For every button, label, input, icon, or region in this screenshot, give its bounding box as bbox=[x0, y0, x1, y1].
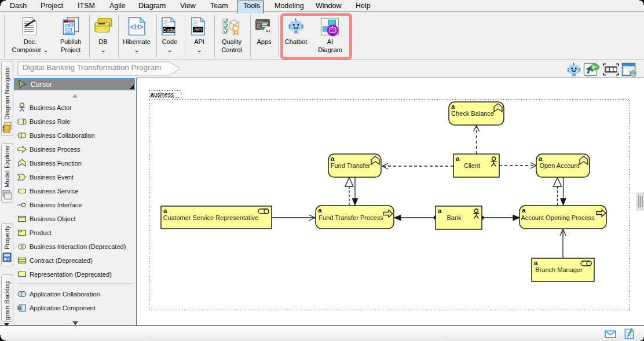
svg-text:a: a bbox=[456, 155, 460, 162]
svg-text:Business Role: Business Role bbox=[30, 118, 70, 125]
svg-text:Business Service: Business Service bbox=[30, 188, 78, 195]
svg-text:Client: Client bbox=[464, 162, 480, 169]
svg-text:Business Function: Business Function bbox=[30, 160, 82, 167]
svg-text:Customer Service Representativ: Customer Service Representative bbox=[163, 214, 258, 221]
svg-text:Fund Transfer Process: Fund Transfer Process bbox=[319, 214, 383, 221]
svg-text:a: a bbox=[318, 207, 322, 214]
svg-text:<>: <> bbox=[257, 20, 262, 24]
svg-text:API: API bbox=[194, 27, 202, 32]
svg-text:Contract (Deprecated): Contract (Deprecated) bbox=[30, 257, 93, 264]
svg-text:usiness: usiness bbox=[154, 91, 174, 98]
svg-text:Account Opening Process: Account Opening Process bbox=[521, 214, 595, 221]
svg-text:Representation (Deprecated): Representation (Deprecated) bbox=[30, 271, 112, 278]
svg-text:Business Interaction (Deprecat: Business Interaction (Deprecated) bbox=[30, 243, 126, 250]
svg-text:Business Event: Business Event bbox=[30, 174, 74, 181]
svg-text:a: a bbox=[522, 207, 526, 214]
svg-text:Fund Transfer: Fund Transfer bbox=[331, 162, 371, 169]
svg-text:Business Object: Business Object bbox=[30, 215, 75, 222]
svg-text:a: a bbox=[331, 155, 335, 162]
svg-text:Business Actor: Business Actor bbox=[30, 104, 72, 111]
svg-text:Open Account: Open Account bbox=[539, 162, 579, 169]
svg-text:Business Interface: Business Interface bbox=[30, 201, 82, 208]
svg-text:Cursor: Cursor bbox=[31, 80, 53, 89]
svg-text:Application Collaboration: Application Collaboration bbox=[30, 291, 100, 298]
svg-text:a: a bbox=[534, 259, 538, 266]
svg-text:a: a bbox=[438, 207, 442, 214]
svg-text:a: a bbox=[451, 103, 455, 110]
svg-text:Code: Code bbox=[163, 27, 175, 33]
svg-text:Application Component: Application Component bbox=[30, 305, 96, 311]
svg-text:Business Collaboration: Business Collaboration bbox=[30, 132, 95, 139]
svg-text:Product: Product bbox=[30, 229, 52, 236]
svg-text:a: a bbox=[539, 155, 543, 162]
svg-text:Business Process: Business Process bbox=[30, 146, 80, 153]
svg-text:Branch Manager: Branch Manager bbox=[535, 266, 583, 273]
svg-text:Bank: Bank bbox=[447, 214, 462, 221]
svg-text:AI: AI bbox=[266, 28, 270, 34]
svg-text:Check Balance: Check Balance bbox=[451, 110, 494, 117]
svg-text:a: a bbox=[163, 207, 167, 214]
svg-text:<H>: <H> bbox=[130, 23, 144, 31]
svg-text:9+: 9+ bbox=[592, 64, 598, 70]
